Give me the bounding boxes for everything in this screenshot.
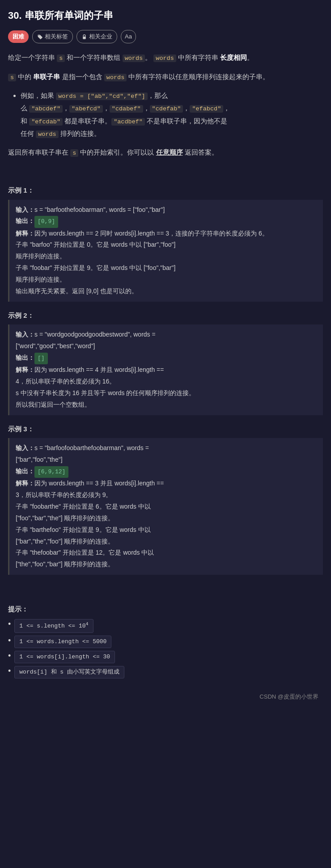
example1-block: 输入：s = "barfoothefoobarman", words = ["f… bbox=[8, 200, 323, 302]
example1-title: 示例 1： bbox=[8, 185, 323, 196]
ex1-output-line: 输出：[0,9] bbox=[16, 215, 317, 228]
page-title: 30. 串联所有单词的子串 bbox=[8, 7, 323, 24]
hint-item-1: • 1 <= s.length <= 104 bbox=[8, 619, 323, 632]
ex1-explain: 解释：因为 words.length == 2 同时 words[i].leng… bbox=[16, 228, 317, 297]
hint-item-4: • words[i] 和 s 由小写英文字母组成 bbox=[8, 666, 323, 678]
description-concat: s 中的 串联子串 是指一个包含 words 中所有字符串以任意顺序排列连接起来… bbox=[8, 71, 323, 83]
page-container: 30. 串联所有单词的子串 困难 相关标签 相关企业 Aa 给定一个字符串 s … bbox=[0, 0, 331, 720]
hint-code-1: 1 <= s.length <= 104 bbox=[14, 619, 93, 632]
ex2-input-line: 输入：s = "wordgoodgoodgoodbestword", words… bbox=[16, 329, 317, 352]
ex3-output-line: 输出：[6,9,12] bbox=[16, 466, 317, 478]
inline-words-ref: words bbox=[36, 131, 59, 138]
tag-icon bbox=[37, 34, 43, 40]
ex3-output-badge: [6,9,12] bbox=[34, 466, 68, 478]
example-note-item: 例如，如果 words = ["ab","cd","ef"]，那么 么 "abc… bbox=[21, 89, 323, 140]
description-block: 给定一个字符串 s 和一个字符串数组 words。 words 中所有字符串 长… bbox=[8, 51, 323, 64]
inline-valid-6: "efcdab" bbox=[29, 118, 63, 126]
description-return: 返回所有串联子串在 s 中的开始索引。你可以以 任意顺序 返回答案。 bbox=[8, 146, 323, 159]
footer: CSDN @皮蛋的小世界 bbox=[8, 692, 323, 702]
hint-code-2: 1 <= words.length <= 5000 bbox=[14, 636, 111, 648]
example2-block: 输入：s = "wordgoodgoodgoodbestword", words… bbox=[8, 324, 323, 415]
inline-valid-3: "cdabef" bbox=[110, 105, 143, 113]
hint-dot-3: • bbox=[8, 652, 11, 660]
ex3-input-line: 输入：s = "barfoofoobarthefoobarman", words… bbox=[16, 442, 317, 466]
inline-words-2: words bbox=[153, 55, 176, 62]
ex2-explain: 解释：因为 words.length == 4 并且 words[i].leng… bbox=[16, 364, 317, 411]
hint-item-3: • 1 <= words[i].length <= 30 bbox=[8, 651, 323, 663]
hint-section: 提示： • 1 <= s.length <= 104 • 1 <= words.… bbox=[8, 603, 323, 678]
inline-invalid: "acdbef" bbox=[111, 118, 145, 126]
hint-sup-1: 4 bbox=[86, 622, 89, 627]
ex1-input-line: 输入：s = "barfoothefoobarman", words = ["f… bbox=[16, 204, 317, 216]
ex2-output-line: 输出：[] bbox=[16, 352, 317, 364]
inline-valid-4: "cdefab" bbox=[150, 105, 183, 113]
inline-words-ex: words = ["ab","cd","ef"] bbox=[56, 93, 147, 100]
related-company-button[interactable]: 相关企业 bbox=[76, 30, 117, 43]
related-tags-button[interactable]: 相关标签 bbox=[32, 30, 73, 43]
example2-title: 示例 2： bbox=[8, 310, 323, 321]
ex1-output-badge: [0,9] bbox=[34, 216, 58, 228]
hint-dot-1: • bbox=[8, 620, 11, 628]
inline-valid-2: "abefcd" bbox=[69, 105, 103, 113]
ex3-explain: 解释：因为 words.length == 3 并且 words[i].leng… bbox=[16, 478, 317, 570]
lock-icon bbox=[81, 34, 87, 40]
example-note-list: 例如，如果 words = ["ab","cd","ef"]，那么 么 "abc… bbox=[21, 89, 323, 140]
inline-s-2: s bbox=[8, 74, 16, 81]
ex2-output-badge: [] bbox=[34, 353, 48, 364]
hint-dot-4: • bbox=[8, 667, 11, 675]
inline-s: s bbox=[57, 55, 65, 62]
tags-row: 困难 相关标签 相关企业 Aa bbox=[8, 30, 323, 43]
font-toggle-button[interactable]: Aa bbox=[121, 30, 136, 43]
example3-title: 示例 3： bbox=[8, 423, 323, 435]
hint-code-3: 1 <= words[i].length <= 30 bbox=[14, 651, 115, 663]
inline-words-3: words bbox=[104, 74, 127, 81]
inline-words-1: words bbox=[123, 55, 145, 62]
inline-valid-1: "abcdef" bbox=[29, 105, 63, 113]
difficulty-badge[interactable]: 困难 bbox=[8, 30, 29, 43]
inline-valid-5: "efabcd" bbox=[190, 105, 223, 113]
inline-s-3: s bbox=[70, 149, 78, 157]
hint-item-2: • 1 <= words.length <= 5000 bbox=[8, 636, 323, 648]
svg-rect-0 bbox=[83, 37, 86, 39]
example3-block: 输入：s = "barfoofoobarthefoobarman", words… bbox=[8, 438, 323, 575]
hint-code-4: words[i] 和 s 由小写英文字母组成 bbox=[14, 666, 124, 678]
hint-dot-2: • bbox=[8, 636, 11, 645]
hint-title: 提示： bbox=[8, 603, 323, 615]
